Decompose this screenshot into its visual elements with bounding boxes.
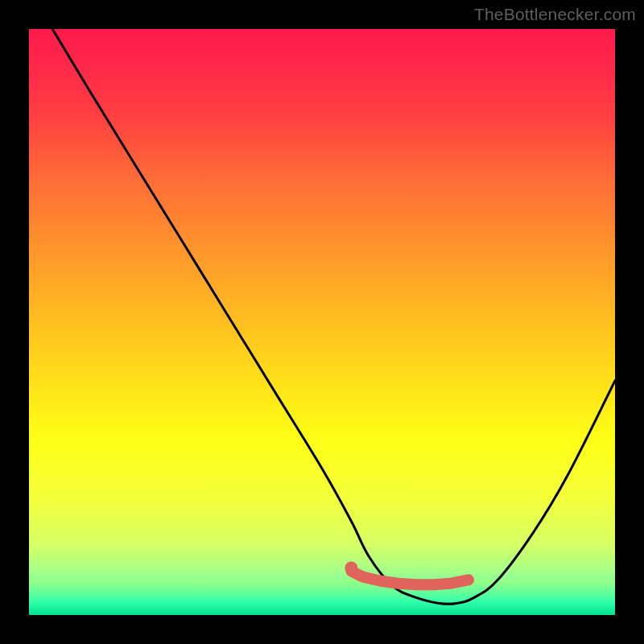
watermark-text: TheBottlenecker.com [474,5,636,24]
curve-line [52,29,615,604]
chart-area [29,29,615,615]
turning-segment [351,571,469,584]
chart-overlay [29,29,615,615]
turning-start-dot [345,561,357,574]
